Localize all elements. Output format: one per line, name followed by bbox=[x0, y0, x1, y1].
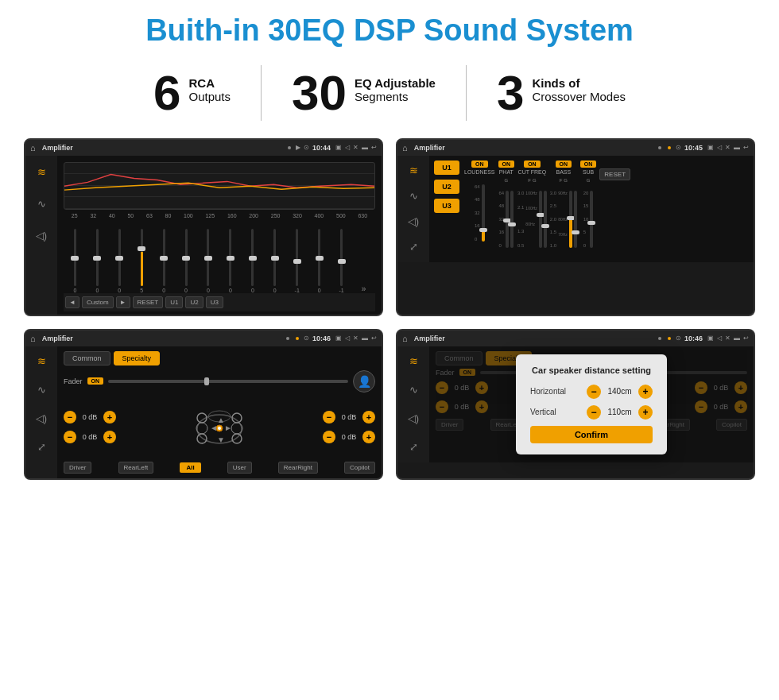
eq-slider-8[interactable]: 0 bbox=[220, 229, 240, 293]
crossover-icon-expand[interactable]: ⤢ bbox=[33, 439, 50, 456]
amp-cutfreq-on[interactable]: ON bbox=[524, 160, 541, 168]
crossover-rect-icon[interactable]: ▬ bbox=[362, 335, 368, 342]
eq-slider-13[interactable]: -1 bbox=[331, 229, 351, 293]
eq-home-icon[interactable]: ⌂ bbox=[30, 143, 36, 153]
eq-slider-6[interactable]: 0 bbox=[176, 229, 196, 293]
crossover-fader-thumb[interactable] bbox=[204, 377, 209, 385]
crossover-driver-button[interactable]: Driver bbox=[64, 462, 91, 474]
amp-phat-track1[interactable] bbox=[506, 191, 509, 248]
eq-play-icon[interactable]: ▶ bbox=[296, 144, 300, 151]
stat-text-crossover: Kinds of Crossover Modes bbox=[532, 68, 626, 103]
crossover-home-icon[interactable]: ⌂ bbox=[30, 334, 36, 343]
crossover-icon-wave[interactable]: ∿ bbox=[33, 381, 50, 399]
eq-slider-5[interactable]: 0 bbox=[154, 229, 174, 293]
eq-rect-icon[interactable]: ▬ bbox=[362, 144, 368, 151]
crossover-plus-4[interactable]: + bbox=[362, 431, 375, 443]
crossover-rearright-button[interactable]: RearRight bbox=[278, 462, 318, 474]
crossover-plus-2[interactable]: + bbox=[103, 431, 116, 443]
crossover-plus-3[interactable]: + bbox=[362, 411, 375, 423]
amp-bass-track1[interactable] bbox=[569, 191, 572, 248]
eq-slider-4[interactable]: 5 bbox=[132, 229, 152, 293]
dialog-icon-vol[interactable]: ◁) bbox=[405, 410, 422, 427]
amp-back-icon[interactable]: ↩ bbox=[743, 144, 749, 151]
amp-u2-button[interactable]: U2 bbox=[434, 180, 459, 194]
amp-icon-tune[interactable]: ≋ bbox=[405, 162, 422, 180]
amp-bass-track2[interactable] bbox=[574, 191, 577, 248]
amp-rect-icon[interactable]: ▬ bbox=[734, 144, 740, 151]
crossover-all-button[interactable]: All bbox=[180, 462, 200, 473]
dialog-icon-expand[interactable]: ⤢ bbox=[405, 439, 422, 456]
crossover-back-icon[interactable]: ↩ bbox=[371, 335, 377, 342]
crossover-minus-2[interactable]: − bbox=[64, 431, 76, 443]
crossover-copilot-button[interactable]: Copilot bbox=[344, 462, 375, 474]
eq-slider-3[interactable]: 0 bbox=[110, 229, 130, 293]
eq-slider-7[interactable]: 0 bbox=[199, 229, 219, 293]
dialog-horizontal-minus[interactable]: − bbox=[587, 385, 601, 399]
amp-home-icon[interactable]: ⌂ bbox=[402, 143, 408, 153]
crossover-fader-on[interactable]: ON bbox=[87, 377, 104, 385]
eq-u1-button[interactable]: U1 bbox=[165, 296, 183, 308]
eq-back-icon[interactable]: ↩ bbox=[371, 144, 377, 151]
amp-cutfreq-track1[interactable] bbox=[539, 191, 542, 248]
amp-u1-button[interactable]: U1 bbox=[434, 160, 459, 175]
amp-loudness-on[interactable]: ON bbox=[471, 160, 488, 168]
amp-icon-expand[interactable]: ⤢ bbox=[405, 238, 422, 256]
dialog-icon-tune[interactable]: ≋ bbox=[405, 353, 422, 370]
dialog-x-icon[interactable]: ✕ bbox=[725, 335, 731, 342]
eq-slider-11[interactable]: -1 bbox=[287, 229, 307, 293]
amp-phat-on[interactable]: ON bbox=[498, 160, 515, 168]
amp-x-icon[interactable]: ✕ bbox=[725, 144, 731, 151]
crossover-x-icon[interactable]: ✕ bbox=[353, 335, 358, 342]
amp-loudness-track1[interactable] bbox=[482, 184, 485, 242]
eq-icon-wave[interactable]: ∿ bbox=[33, 195, 50, 213]
amp-cutfreq-track2[interactable] bbox=[544, 191, 547, 248]
eq-icon-tune[interactable]: ≋ bbox=[33, 164, 50, 181]
eq-custom-button[interactable]: Custom bbox=[82, 296, 114, 308]
eq-icon-vol[interactable]: ◁) bbox=[33, 227, 50, 245]
crossover-icon-tune[interactable]: ≋ bbox=[33, 353, 50, 370]
eq-u3-button[interactable]: U3 bbox=[206, 296, 223, 308]
eq-slider-12[interactable]: 0 bbox=[309, 229, 329, 293]
amp-reset-button[interactable]: RESET bbox=[599, 168, 630, 180]
amp-bass-on[interactable]: ON bbox=[556, 160, 572, 168]
eq-expand-icon[interactable]: » bbox=[354, 284, 374, 293]
crossover-tab-common[interactable]: Common bbox=[64, 351, 110, 365]
crossover-vol-icon[interactable]: ◁ bbox=[345, 335, 350, 342]
eq-slider-10[interactable]: 0 bbox=[265, 229, 285, 293]
dialog-confirm-button[interactable]: Confirm bbox=[530, 426, 653, 443]
eq-reset-button[interactable]: RESET bbox=[133, 296, 164, 308]
eq-slider-1[interactable]: 0 bbox=[65, 229, 85, 293]
amp-icon-vol[interactable]: ◁) bbox=[405, 213, 422, 230]
eq-x-icon[interactable]: ✕ bbox=[353, 144, 358, 151]
crossover-minus-4[interactable]: − bbox=[323, 431, 335, 443]
dialog-horizontal-plus[interactable]: + bbox=[638, 385, 653, 399]
dialog-back-icon[interactable]: ↩ bbox=[743, 335, 749, 342]
dialog-vertical-minus[interactable]: − bbox=[587, 405, 601, 420]
amp-sub-track1[interactable] bbox=[590, 191, 593, 248]
eq-u2-button[interactable]: U2 bbox=[185, 296, 203, 308]
crossover-tab-specialty[interactable]: Specialty bbox=[114, 351, 161, 365]
amp-u3-button[interactable]: U3 bbox=[434, 199, 459, 213]
dialog-vol-icon[interactable]: ◁ bbox=[717, 335, 722, 342]
crossover-fader-slider[interactable] bbox=[108, 380, 348, 383]
eq-next-button[interactable]: ► bbox=[116, 296, 130, 308]
crossover-rearleft-button[interactable]: RearLeft bbox=[118, 462, 154, 474]
amp-phat-track2[interactable] bbox=[510, 191, 514, 248]
eq-prev-button[interactable]: ◄ bbox=[65, 296, 79, 308]
dialog-vertical-plus[interactable]: + bbox=[638, 405, 653, 420]
dialog-rect-icon[interactable]: ▬ bbox=[734, 335, 740, 342]
crossover-person-icon[interactable]: 👤 bbox=[353, 370, 375, 393]
crossover-minus-1[interactable]: − bbox=[64, 411, 76, 423]
amp-sub-on[interactable]: ON bbox=[580, 160, 597, 168]
eq-slider-9[interactable]: 0 bbox=[242, 229, 262, 293]
crossover-plus-1[interactable]: + bbox=[103, 411, 116, 423]
crossover-user-button[interactable]: User bbox=[227, 462, 252, 474]
amp-vol-icon[interactable]: ◁ bbox=[717, 144, 722, 151]
dialog-home-icon[interactable]: ⌂ bbox=[402, 334, 408, 343]
crossover-minus-3[interactable]: − bbox=[323, 411, 335, 423]
eq-slider-2[interactable]: 0 bbox=[87, 229, 107, 293]
dialog-icon-wave[interactable]: ∿ bbox=[405, 381, 422, 399]
eq-vol-icon[interactable]: ◁ bbox=[345, 144, 350, 151]
crossover-icon-vol[interactable]: ◁) bbox=[33, 410, 50, 427]
amp-icon-wave[interactable]: ∿ bbox=[405, 188, 422, 205]
